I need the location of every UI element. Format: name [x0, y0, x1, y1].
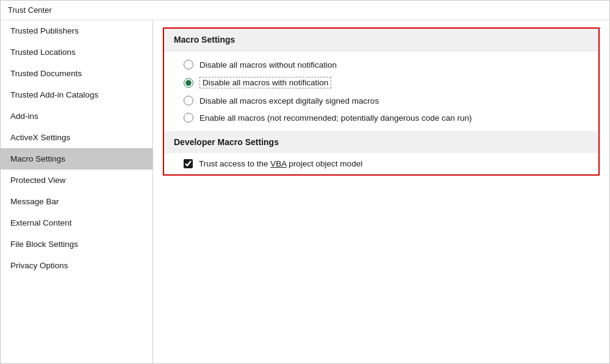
main-panel: Macro Settings Disable all macros withou…	[153, 20, 609, 363]
sidebar: Trusted PublishersTrusted LocationsTrust…	[1, 20, 153, 363]
window-title: Trust Center	[8, 5, 52, 15]
sidebar-item-message-bar[interactable]: Message Bar	[1, 191, 152, 212]
sidebar-item-trusted-publishers[interactable]: Trusted Publishers	[1, 20, 152, 41]
macro-settings-box: Macro Settings Disable all macros withou…	[163, 27, 600, 176]
title-bar: Trust Center	[1, 1, 609, 20]
radio-label-2: Disable all macros with notification	[199, 77, 331, 88]
sidebar-item-privacy-options[interactable]: Privacy Options	[1, 255, 152, 276]
trust-center-window: Trust Center Trusted PublishersTrusted L…	[0, 0, 610, 364]
radio-option-1[interactable]: Disable all macros without notification	[164, 56, 598, 73]
macro-options-section: Disable all macros without notification …	[164, 51, 598, 131]
sidebar-item-protected-view[interactable]: Protected View	[1, 170, 152, 191]
main-content: Trusted PublishersTrusted LocationsTrust…	[1, 20, 609, 363]
sidebar-item-trusted-documents[interactable]: Trusted Documents	[1, 63, 152, 84]
sidebar-item-add-ins[interactable]: Add-ins	[1, 105, 152, 127]
vba-trust-option[interactable]: Trust access to the VBA project object m…	[164, 153, 598, 174]
radio-label-1: Disable all macros without notification	[199, 60, 337, 70]
radio-label-4: Enable all macros (not recommended; pote…	[199, 113, 472, 123]
radio-disable-digitally-signed[interactable]	[184, 96, 193, 105]
sidebar-item-activex-settings[interactable]: ActiveX Settings	[1, 127, 152, 148]
radio-enable-all[interactable]	[184, 113, 193, 123]
sidebar-item-trusted-locations[interactable]: Trusted Locations	[1, 41, 152, 63]
sidebar-item-macro-settings[interactable]: Macro Settings	[1, 148, 152, 170]
radio-option-2[interactable]: Disable all macros with notification	[164, 73, 598, 92]
radio-disable-with-notification[interactable]	[184, 78, 193, 88]
radio-disable-no-notification[interactable]	[184, 60, 193, 70]
macro-settings-header: Macro Settings	[164, 29, 598, 51]
developer-section-header: Developer Macro Settings	[164, 131, 598, 153]
vba-checkbox[interactable]	[184, 159, 193, 168]
sidebar-item-external-content[interactable]: External Content	[1, 212, 152, 234]
radio-option-4[interactable]: Enable all macros (not recommended; pote…	[164, 109, 598, 126]
vba-label: Trust access to the VBA project object m…	[199, 159, 362, 168]
sidebar-item-trusted-addin-catalogs[interactable]: Trusted Add-in Catalogs	[1, 84, 152, 105]
radio-label-3: Disable all macros except digitally sign…	[199, 96, 379, 105]
radio-option-3[interactable]: Disable all macros except digitally sign…	[164, 92, 598, 109]
sidebar-item-file-block-settings[interactable]: File Block Settings	[1, 234, 152, 255]
